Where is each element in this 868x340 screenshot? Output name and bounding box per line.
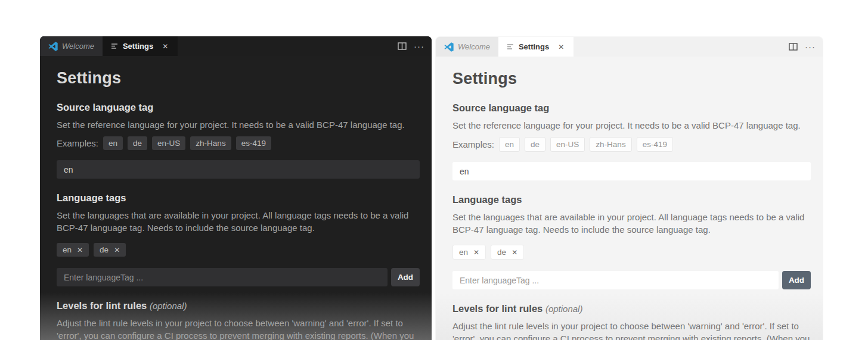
editor-panel-light: Welcome Settings ✕ ··· Settings Source l… [436, 37, 823, 340]
example-chip: es-419 [236, 136, 271, 150]
section-title-lint-levels: Levels for lint rules (optional) [57, 300, 420, 311]
example-chip: de [525, 137, 545, 152]
source-language-input[interactable] [452, 162, 811, 180]
tab-bar: Welcome Settings ✕ ··· [40, 36, 432, 56]
remove-tag-icon[interactable]: ✕ [473, 249, 479, 256]
section-title-language-tags: Language tags [452, 194, 811, 205]
vscode-logo-icon [444, 42, 454, 52]
tab-settings-label: Settings [519, 42, 549, 51]
add-button[interactable]: Add [782, 271, 811, 289]
language-tag-input[interactable] [452, 271, 779, 289]
lint-levels-description: Adjust the lint rule levels in your proj… [57, 317, 417, 340]
example-chip: en [499, 137, 520, 152]
language-tag-chip: en ✕ [452, 245, 486, 260]
examples-label: Examples: [57, 138, 98, 148]
language-tags-description: Set the languages that are available in … [452, 211, 811, 236]
remove-tag-icon[interactable]: ✕ [114, 247, 120, 254]
close-tab-icon[interactable]: ✕ [161, 42, 169, 51]
tab-welcome[interactable]: Welcome [436, 37, 498, 57]
add-button[interactable]: Add [391, 268, 420, 286]
more-actions-icon[interactable]: ··· [414, 42, 424, 51]
source-language-description: Set the reference language for your proj… [57, 118, 417, 131]
example-chip: en-US [152, 136, 185, 150]
page-title: Settings [452, 70, 811, 88]
close-tab-icon[interactable]: ✕ [557, 42, 565, 52]
language-tag-label: en [63, 245, 72, 254]
example-chip: en-US [550, 137, 585, 152]
language-tags-description: Set the languages that are available in … [57, 209, 417, 234]
page-title: Settings [57, 69, 420, 88]
section-title-source-language-tag: Source language tag [452, 102, 811, 114]
tab-welcome-label: Welcome [458, 42, 490, 51]
more-actions-icon[interactable]: ··· [805, 42, 816, 51]
language-tag-chip: de ✕ [94, 243, 126, 257]
split-editor-icon[interactable] [789, 43, 798, 51]
language-tag-label: en [459, 248, 468, 257]
settings-list-icon [507, 43, 514, 50]
lint-levels-description: Adjust the lint rule levels in your proj… [452, 320, 811, 340]
optional-label: (optional) [150, 301, 187, 311]
language-tag-chip: en ✕ [57, 243, 89, 257]
example-chip: zh-Hans [190, 136, 231, 150]
example-chip: zh-Hans [590, 137, 631, 152]
remove-tag-icon[interactable]: ✕ [77, 247, 83, 254]
settings-list-icon [111, 43, 119, 49]
tab-settings[interactable]: Settings ✕ [498, 37, 574, 57]
examples-row: Examples: en de en-US zh-Hans es-419 [57, 136, 420, 150]
language-tags-row: en ✕ de ✕ [452, 245, 811, 260]
language-tags-row: en ✕ de ✕ [57, 243, 420, 257]
source-language-description: Set the reference language for your proj… [452, 119, 811, 132]
section-title-language-tags: Language tags [57, 192, 420, 204]
editor-panel-dark: Welcome Settings ✕ ··· Settings Source l… [40, 36, 432, 340]
tab-welcome[interactable]: Welcome [40, 36, 103, 56]
optional-label: (optional) [545, 304, 583, 314]
vscode-logo-icon [48, 42, 58, 51]
tab-welcome-label: Welcome [62, 42, 94, 51]
language-tag-label: de [497, 248, 506, 257]
source-language-input[interactable] [57, 160, 420, 179]
language-tag-input[interactable] [57, 268, 388, 286]
tab-settings[interactable]: Settings ✕ [103, 36, 178, 56]
section-title-lint-levels: Levels for lint rules (optional) [452, 303, 811, 314]
example-chip: es-419 [637, 137, 673, 152]
tab-bar: Welcome Settings ✕ ··· [436, 37, 823, 57]
language-tag-label: de [100, 245, 108, 254]
examples-row: Examples: en de en-US zh-Hans es-419 [452, 137, 811, 152]
example-chip: en [103, 136, 123, 150]
examples-label: Examples: [452, 139, 494, 149]
section-title-source-language-tag: Source language tag [57, 102, 420, 113]
tab-settings-label: Settings [123, 42, 153, 51]
example-chip: de [128, 136, 147, 150]
remove-tag-icon[interactable]: ✕ [512, 249, 517, 256]
language-tag-chip: de ✕ [491, 245, 524, 260]
split-editor-icon[interactable] [398, 42, 407, 50]
